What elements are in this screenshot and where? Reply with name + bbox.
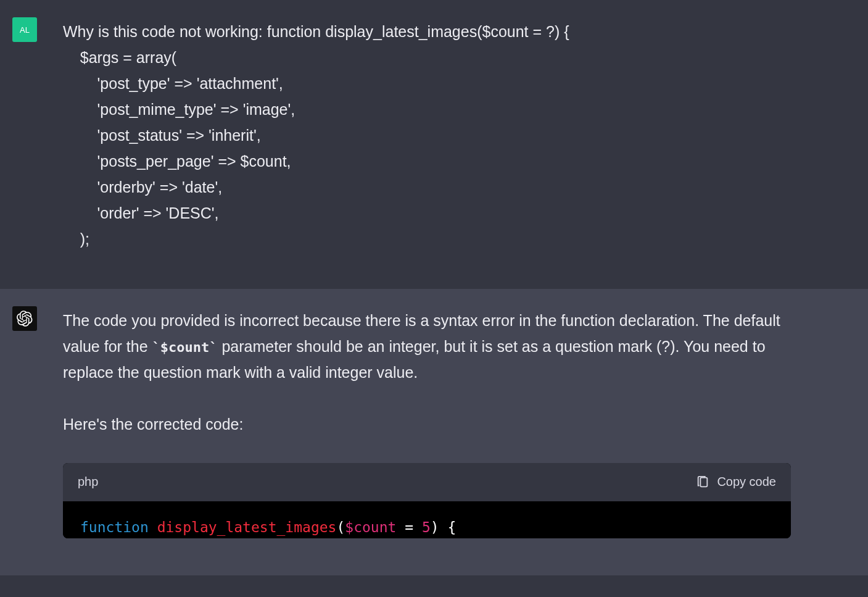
code-language-label: php <box>78 472 98 493</box>
assistant-message-inner: The code you provided is incorrect becau… <box>0 306 802 538</box>
code-block: php Copy code function display_latest_im… <box>63 463 791 538</box>
clipboard-icon <box>696 475 709 489</box>
code-block-body: function display_latest_images($count = … <box>63 501 791 539</box>
tok-var-count: $count <box>345 519 396 535</box>
user-avatar: AL <box>12 17 37 42</box>
tok-open-paren: ( <box>336 519 345 535</box>
copy-code-label: Copy code <box>717 472 776 493</box>
inline-code-count: `$count` <box>152 340 218 355</box>
tok-space <box>149 519 157 535</box>
tok-assign: = <box>396 519 422 535</box>
copy-code-button[interactable]: Copy code <box>696 472 776 493</box>
tok-close-paren: ) <box>431 519 439 535</box>
user-message-content: Why is this code not working: function d… <box>63 17 791 252</box>
tok-function-name: display_latest_images <box>157 519 337 535</box>
code-block-header: php Copy code <box>63 463 791 501</box>
assistant-message-content: The code you provided is incorrect becau… <box>63 306 791 538</box>
user-message-row: AL Why is this code not working: functio… <box>0 0 868 289</box>
assistant-message-row: The code you provided is incorrect becau… <box>0 289 868 575</box>
openai-logo-icon <box>17 311 33 327</box>
chat-container: AL Why is this code not working: functio… <box>0 0 868 575</box>
tok-open-brace: { <box>439 519 457 535</box>
assistant-para-2: Here's the corrected code: <box>63 411 791 437</box>
user-message-text: Why is this code not working: function d… <box>63 19 791 252</box>
assistant-para-1: The code you provided is incorrect becau… <box>63 307 791 385</box>
assistant-avatar <box>12 306 37 331</box>
tok-keyword-function: function <box>80 519 149 535</box>
user-message-inner: AL Why is this code not working: functio… <box>0 17 802 252</box>
tok-num-five: 5 <box>422 519 431 535</box>
svg-rect-0 <box>701 477 708 486</box>
user-avatar-text: AL <box>20 25 30 35</box>
